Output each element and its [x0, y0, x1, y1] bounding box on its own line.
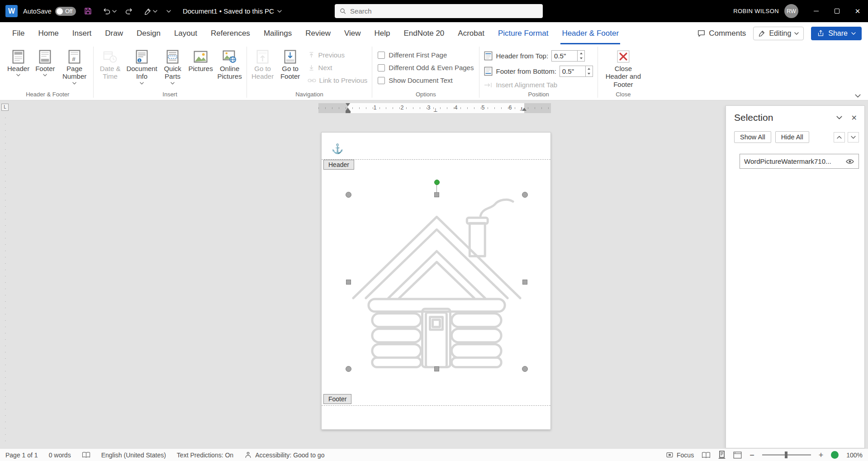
show-all-button[interactable]: Show All — [734, 131, 771, 143]
hide-all-button[interactable]: Hide All — [775, 131, 809, 143]
page-number-button[interactable]: Page Number — [59, 45, 90, 86]
tab-header-footer[interactable]: Header & Footer — [555, 22, 626, 44]
accessibility-status[interactable]: Accessibility: Good to go — [244, 451, 324, 459]
rotation-handle[interactable] — [434, 180, 440, 185]
watermark-image[interactable] — [349, 195, 525, 369]
close-pane-icon[interactable]: ✕ — [851, 114, 857, 122]
save-button[interactable] — [81, 5, 95, 18]
tab-layout[interactable]: Layout — [167, 22, 204, 44]
zoom-level[interactable]: 100% — [846, 451, 863, 459]
undo-chevron-icon[interactable] — [112, 10, 117, 13]
tab-selector[interactable]: L — [1, 104, 9, 111]
redo-button[interactable] — [122, 5, 136, 18]
resize-handle-left[interactable] — [346, 280, 351, 285]
spin-up-button[interactable] — [586, 66, 593, 71]
move-up-button[interactable] — [834, 132, 845, 143]
resize-handle-bottom[interactable] — [434, 366, 439, 371]
text-predictions-indicator[interactable]: Text Predictions: On — [177, 451, 233, 459]
spin-down-button[interactable] — [578, 56, 584, 62]
horizontal-ruler[interactable]: 1 2 3 4 5 6 ⊥ ┘ — [318, 103, 551, 113]
spin-up-button[interactable] — [578, 51, 584, 56]
document-page[interactable]: ⚓ Header Footer — [321, 132, 551, 430]
search-input[interactable] — [350, 7, 538, 15]
footer-from-bottom-input[interactable] — [560, 66, 586, 77]
avatar[interactable]: RW — [784, 4, 798, 18]
visibility-eye-icon[interactable] — [845, 157, 854, 166]
spin-down-button[interactable] — [586, 71, 593, 77]
footer-button[interactable]: Footer — [33, 45, 57, 78]
comments-button[interactable]: Comments — [697, 29, 746, 38]
tab-view[interactable]: View — [337, 22, 368, 44]
zoom-out-button[interactable]: − — [749, 451, 754, 459]
tab-design[interactable]: Design — [130, 22, 167, 44]
show-document-text-checkbox[interactable] — [378, 77, 385, 84]
title-bar: W AutoSave Off Document1 • Saved to this… — [0, 0, 868, 22]
tab-picture-format[interactable]: Picture Format — [491, 22, 555, 44]
left-indent-marker[interactable] — [346, 111, 351, 113]
maximize-button[interactable] — [826, 0, 847, 22]
tab-insert[interactable]: Insert — [66, 22, 99, 44]
resize-handle-top[interactable] — [434, 192, 439, 197]
tab-references[interactable]: References — [204, 22, 257, 44]
word-count[interactable]: 0 words — [49, 451, 71, 459]
first-line-indent-marker[interactable] — [346, 103, 350, 106]
share-button[interactable]: Share — [811, 27, 862, 40]
different-first-page-option[interactable]: Different First Page — [378, 51, 474, 59]
header-button[interactable]: Header — [5, 45, 32, 78]
tab-mailings[interactable]: Mailings — [257, 22, 299, 44]
resize-handle-right[interactable] — [522, 280, 527, 285]
close-header-footer-button[interactable]: Close Header and Footer — [601, 45, 646, 90]
different-first-page-checkbox[interactable] — [378, 52, 385, 59]
tab-review[interactable]: Review — [299, 22, 337, 44]
document-title[interactable]: Document1 • Saved to this PC — [183, 7, 282, 15]
resize-handle-bottom-right[interactable] — [522, 366, 528, 372]
proofing-status-button[interactable] — [82, 451, 90, 458]
print-layout-button[interactable] — [718, 451, 726, 459]
right-tab-stop-marker[interactable]: ┘ — [520, 108, 524, 113]
pane-options-chevron-icon[interactable] — [836, 116, 842, 119]
pictures-button[interactable]: Pictures — [187, 45, 214, 74]
watermark-selection[interactable] — [349, 195, 525, 369]
hanging-indent-marker[interactable] — [346, 108, 350, 111]
word-logo-icon[interactable]: W — [5, 5, 18, 17]
different-odd-even-checkbox[interactable] — [378, 64, 385, 71]
selection-pane-item[interactable]: WordPictureWatermark710... — [740, 154, 859, 169]
grammarly-icon[interactable] — [831, 451, 839, 459]
editing-mode-button[interactable]: Editing — [753, 27, 804, 40]
move-down-button[interactable] — [848, 132, 859, 143]
language-indicator[interactable]: English (United States) — [101, 451, 166, 459]
autosave-toggle[interactable]: Off — [55, 7, 76, 16]
resize-handle-bottom-left[interactable] — [346, 366, 351, 372]
tab-home[interactable]: Home — [31, 22, 65, 44]
zoom-in-button[interactable]: + — [819, 451, 824, 459]
focus-mode-button[interactable]: Focus — [666, 451, 694, 459]
center-tab-stop-marker[interactable]: ⊥ — [433, 108, 438, 113]
search-bar[interactable] — [335, 4, 543, 18]
tab-draw[interactable]: Draw — [98, 22, 130, 44]
customize-qat-chevron-icon[interactable] — [166, 10, 171, 13]
header-from-top-input[interactable] — [551, 50, 578, 62]
collapse-ribbon-chevron-icon[interactable] — [855, 94, 861, 98]
tab-help[interactable]: Help — [368, 22, 397, 44]
page-indicator[interactable]: Page 1 of 1 — [5, 451, 38, 459]
read-mode-button[interactable] — [702, 451, 711, 459]
close-window-button[interactable]: ✕ — [847, 0, 868, 22]
go-to-footer-button[interactable]: Go to Footer — [277, 45, 304, 82]
tab-file[interactable]: File — [5, 22, 31, 44]
tab-acrobat[interactable]: Acrobat — [451, 22, 491, 44]
document-info-button[interactable]: Document Info — [126, 45, 158, 86]
resize-handle-top-left[interactable] — [346, 192, 351, 198]
online-pictures-button[interactable]: Online Pictures — [216, 45, 244, 82]
web-layout-button[interactable] — [733, 451, 742, 459]
show-document-text-option[interactable]: Show Document Text — [378, 76, 474, 84]
resize-handle-top-right[interactable] — [522, 192, 528, 198]
quick-parts-button[interactable]: Quick Parts — [160, 45, 186, 86]
zoom-slider[interactable] — [762, 454, 811, 456]
group-separator — [372, 47, 372, 98]
vertical-ruler[interactable] — [5, 118, 6, 442]
tab-endnote[interactable]: EndNote 20 — [397, 22, 451, 44]
pen-chevron-icon[interactable] — [153, 10, 157, 13]
different-odd-even-option[interactable]: Different Odd & Even Pages — [378, 64, 474, 71]
minimize-button[interactable] — [806, 0, 826, 22]
zoom-slider-thumb[interactable] — [785, 451, 787, 458]
